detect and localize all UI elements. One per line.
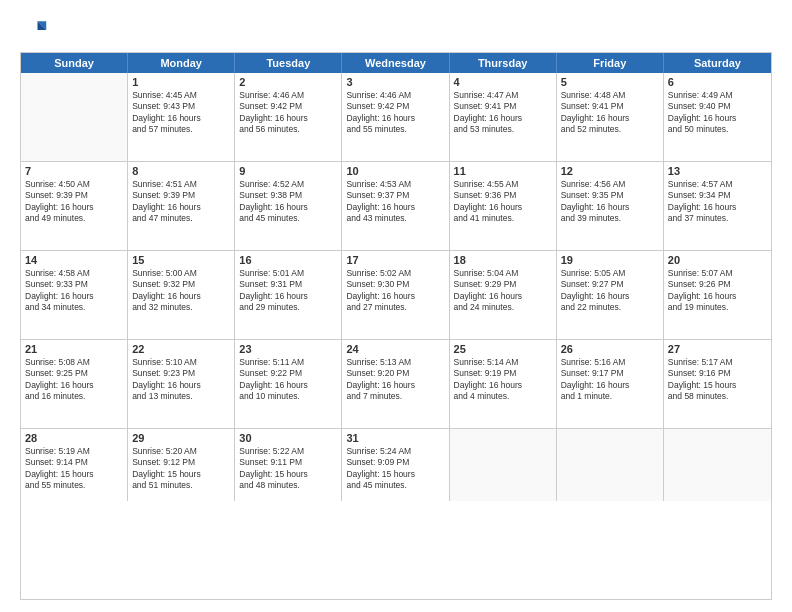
header <box>20 16 772 44</box>
cell-content: Sunrise: 4:47 AM Sunset: 9:41 PM Dayligh… <box>454 90 552 136</box>
calendar-cell-19: 19Sunrise: 5:05 AM Sunset: 9:27 PM Dayli… <box>557 251 664 339</box>
day-number: 7 <box>25 165 123 177</box>
calendar-cell-empty-4-4 <box>450 429 557 501</box>
header-cell-sunday: Sunday <box>21 53 128 73</box>
day-number: 11 <box>454 165 552 177</box>
calendar-cell-3: 3Sunrise: 4:46 AM Sunset: 9:42 PM Daylig… <box>342 73 449 161</box>
cell-content: Sunrise: 5:24 AM Sunset: 9:09 PM Dayligh… <box>346 446 444 492</box>
cell-content: Sunrise: 4:56 AM Sunset: 9:35 PM Dayligh… <box>561 179 659 225</box>
page: SundayMondayTuesdayWednesdayThursdayFrid… <box>0 0 792 612</box>
cell-content: Sunrise: 5:17 AM Sunset: 9:16 PM Dayligh… <box>668 357 767 403</box>
calendar-row-2: 7Sunrise: 4:50 AM Sunset: 9:39 PM Daylig… <box>21 162 771 251</box>
calendar-cell-15: 15Sunrise: 5:00 AM Sunset: 9:32 PM Dayli… <box>128 251 235 339</box>
header-cell-thursday: Thursday <box>450 53 557 73</box>
cell-content: Sunrise: 5:11 AM Sunset: 9:22 PM Dayligh… <box>239 357 337 403</box>
cell-content: Sunrise: 4:51 AM Sunset: 9:39 PM Dayligh… <box>132 179 230 225</box>
day-number: 22 <box>132 343 230 355</box>
header-cell-monday: Monday <box>128 53 235 73</box>
cell-content: Sunrise: 5:20 AM Sunset: 9:12 PM Dayligh… <box>132 446 230 492</box>
calendar-row-5: 28Sunrise: 5:19 AM Sunset: 9:14 PM Dayli… <box>21 429 771 501</box>
calendar-header: SundayMondayTuesdayWednesdayThursdayFrid… <box>21 53 771 73</box>
calendar-cell-empty-4-5 <box>557 429 664 501</box>
day-number: 8 <box>132 165 230 177</box>
day-number: 13 <box>668 165 767 177</box>
day-number: 25 <box>454 343 552 355</box>
cell-content: Sunrise: 4:50 AM Sunset: 9:39 PM Dayligh… <box>25 179 123 225</box>
day-number: 31 <box>346 432 444 444</box>
day-number: 12 <box>561 165 659 177</box>
header-cell-tuesday: Tuesday <box>235 53 342 73</box>
day-number: 2 <box>239 76 337 88</box>
day-number: 1 <box>132 76 230 88</box>
calendar-cell-30: 30Sunrise: 5:22 AM Sunset: 9:11 PM Dayli… <box>235 429 342 501</box>
day-number: 26 <box>561 343 659 355</box>
calendar-cell-4: 4Sunrise: 4:47 AM Sunset: 9:41 PM Daylig… <box>450 73 557 161</box>
cell-content: Sunrise: 4:53 AM Sunset: 9:37 PM Dayligh… <box>346 179 444 225</box>
cell-content: Sunrise: 5:00 AM Sunset: 9:32 PM Dayligh… <box>132 268 230 314</box>
day-number: 4 <box>454 76 552 88</box>
calendar-cell-7: 7Sunrise: 4:50 AM Sunset: 9:39 PM Daylig… <box>21 162 128 250</box>
cell-content: Sunrise: 4:58 AM Sunset: 9:33 PM Dayligh… <box>25 268 123 314</box>
cell-content: Sunrise: 4:49 AM Sunset: 9:40 PM Dayligh… <box>668 90 767 136</box>
cell-content: Sunrise: 5:13 AM Sunset: 9:20 PM Dayligh… <box>346 357 444 403</box>
calendar-cell-31: 31Sunrise: 5:24 AM Sunset: 9:09 PM Dayli… <box>342 429 449 501</box>
cell-content: Sunrise: 5:14 AM Sunset: 9:19 PM Dayligh… <box>454 357 552 403</box>
calendar-cell-23: 23Sunrise: 5:11 AM Sunset: 9:22 PM Dayli… <box>235 340 342 428</box>
day-number: 10 <box>346 165 444 177</box>
day-number: 27 <box>668 343 767 355</box>
header-cell-friday: Friday <box>557 53 664 73</box>
day-number: 30 <box>239 432 337 444</box>
day-number: 28 <box>25 432 123 444</box>
calendar-cell-14: 14Sunrise: 4:58 AM Sunset: 9:33 PM Dayli… <box>21 251 128 339</box>
calendar-cell-6: 6Sunrise: 4:49 AM Sunset: 9:40 PM Daylig… <box>664 73 771 161</box>
logo <box>20 16 52 44</box>
calendar-cell-5: 5Sunrise: 4:48 AM Sunset: 9:41 PM Daylig… <box>557 73 664 161</box>
header-cell-saturday: Saturday <box>664 53 771 73</box>
day-number: 18 <box>454 254 552 266</box>
calendar-cell-empty-0-0 <box>21 73 128 161</box>
calendar-row-3: 14Sunrise: 4:58 AM Sunset: 9:33 PM Dayli… <box>21 251 771 340</box>
calendar-cell-28: 28Sunrise: 5:19 AM Sunset: 9:14 PM Dayli… <box>21 429 128 501</box>
cell-content: Sunrise: 4:57 AM Sunset: 9:34 PM Dayligh… <box>668 179 767 225</box>
calendar-cell-17: 17Sunrise: 5:02 AM Sunset: 9:30 PM Dayli… <box>342 251 449 339</box>
cell-content: Sunrise: 5:05 AM Sunset: 9:27 PM Dayligh… <box>561 268 659 314</box>
calendar-cell-10: 10Sunrise: 4:53 AM Sunset: 9:37 PM Dayli… <box>342 162 449 250</box>
day-number: 21 <box>25 343 123 355</box>
calendar-cell-13: 13Sunrise: 4:57 AM Sunset: 9:34 PM Dayli… <box>664 162 771 250</box>
cell-content: Sunrise: 5:01 AM Sunset: 9:31 PM Dayligh… <box>239 268 337 314</box>
calendar-cell-20: 20Sunrise: 5:07 AM Sunset: 9:26 PM Dayli… <box>664 251 771 339</box>
cell-content: Sunrise: 5:16 AM Sunset: 9:17 PM Dayligh… <box>561 357 659 403</box>
day-number: 14 <box>25 254 123 266</box>
cell-content: Sunrise: 4:52 AM Sunset: 9:38 PM Dayligh… <box>239 179 337 225</box>
calendar-cell-16: 16Sunrise: 5:01 AM Sunset: 9:31 PM Dayli… <box>235 251 342 339</box>
calendar-row-4: 21Sunrise: 5:08 AM Sunset: 9:25 PM Dayli… <box>21 340 771 429</box>
cell-content: Sunrise: 5:02 AM Sunset: 9:30 PM Dayligh… <box>346 268 444 314</box>
cell-content: Sunrise: 5:22 AM Sunset: 9:11 PM Dayligh… <box>239 446 337 492</box>
calendar-cell-26: 26Sunrise: 5:16 AM Sunset: 9:17 PM Dayli… <box>557 340 664 428</box>
calendar-cell-25: 25Sunrise: 5:14 AM Sunset: 9:19 PM Dayli… <box>450 340 557 428</box>
calendar-cell-empty-4-6 <box>664 429 771 501</box>
logo-icon <box>20 16 48 44</box>
header-cell-wednesday: Wednesday <box>342 53 449 73</box>
calendar-cell-22: 22Sunrise: 5:10 AM Sunset: 9:23 PM Dayli… <box>128 340 235 428</box>
calendar-cell-21: 21Sunrise: 5:08 AM Sunset: 9:25 PM Dayli… <box>21 340 128 428</box>
cell-content: Sunrise: 4:55 AM Sunset: 9:36 PM Dayligh… <box>454 179 552 225</box>
calendar-cell-27: 27Sunrise: 5:17 AM Sunset: 9:16 PM Dayli… <box>664 340 771 428</box>
cell-content: Sunrise: 4:46 AM Sunset: 9:42 PM Dayligh… <box>346 90 444 136</box>
calendar-cell-11: 11Sunrise: 4:55 AM Sunset: 9:36 PM Dayli… <box>450 162 557 250</box>
calendar-cell-2: 2Sunrise: 4:46 AM Sunset: 9:42 PM Daylig… <box>235 73 342 161</box>
day-number: 29 <box>132 432 230 444</box>
calendar-body: 1Sunrise: 4:45 AM Sunset: 9:43 PM Daylig… <box>21 73 771 501</box>
day-number: 19 <box>561 254 659 266</box>
day-number: 17 <box>346 254 444 266</box>
cell-content: Sunrise: 5:04 AM Sunset: 9:29 PM Dayligh… <box>454 268 552 314</box>
day-number: 15 <box>132 254 230 266</box>
day-number: 20 <box>668 254 767 266</box>
cell-content: Sunrise: 4:48 AM Sunset: 9:41 PM Dayligh… <box>561 90 659 136</box>
calendar-cell-24: 24Sunrise: 5:13 AM Sunset: 9:20 PM Dayli… <box>342 340 449 428</box>
calendar-cell-9: 9Sunrise: 4:52 AM Sunset: 9:38 PM Daylig… <box>235 162 342 250</box>
day-number: 5 <box>561 76 659 88</box>
day-number: 9 <box>239 165 337 177</box>
day-number: 3 <box>346 76 444 88</box>
calendar-row-1: 1Sunrise: 4:45 AM Sunset: 9:43 PM Daylig… <box>21 73 771 162</box>
